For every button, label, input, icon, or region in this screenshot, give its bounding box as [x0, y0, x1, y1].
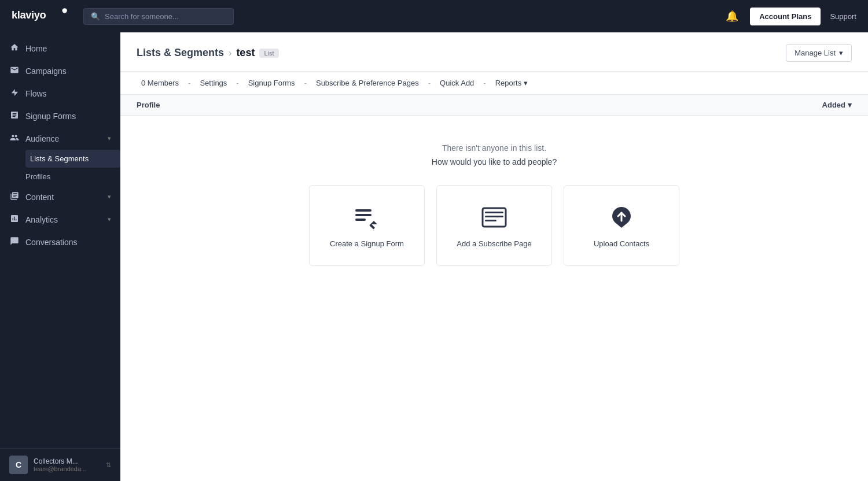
sidebar-item-home[interactable]: Home	[0, 37, 120, 60]
support-link[interactable]: Support	[830, 12, 856, 21]
sidebar-item-profiles[interactable]: Profiles	[25, 168, 120, 186]
sidebar-label-conversations: Conversations	[25, 238, 78, 247]
subscribe-page-icon	[480, 204, 508, 231]
sidebar-item-signup-forms[interactable]: Signup Forms	[0, 105, 120, 127]
sidebar-item-content[interactable]: Content ▾	[0, 186, 120, 208]
added-sort-icon: ▾	[848, 101, 852, 109]
create-signup-form-card[interactable]: Create a Signup Form	[309, 185, 425, 266]
notifications-button[interactable]: 🔔	[723, 8, 741, 25]
sidebar-navigation: Home Campaigns Flows Signup Forms	[0, 32, 120, 448]
sidebar-label-audience: Audience	[25, 134, 59, 143]
table-header: Profile Added ▾	[120, 95, 868, 116]
sidebar-label-home: Home	[25, 44, 47, 53]
search-icon: 🔍	[91, 12, 100, 21]
svg-rect-2	[355, 209, 372, 212]
logo-text: klaviyo	[12, 6, 69, 26]
search-bar[interactable]: 🔍	[83, 8, 234, 25]
svg-rect-5	[369, 223, 375, 229]
account-plans-button[interactable]: Account Plans	[750, 8, 821, 25]
user-expand-icon: ⇅	[106, 461, 111, 469]
upload-contacts-label: Upload Contacts	[594, 239, 649, 248]
user-info: Collectors M... team@brandeda...	[34, 457, 100, 472]
action-cards-container: Create a Signup Form Add a Subscribe Pag…	[309, 185, 679, 266]
flows-icon	[9, 88, 20, 99]
sidebar-user-section[interactable]: C Collectors M... team@brandeda... ⇅	[0, 448, 120, 481]
manage-list-button[interactable]: Manage List ▾	[786, 44, 852, 62]
svg-rect-9	[485, 220, 496, 221]
svg-rect-8	[485, 216, 503, 217]
campaigns-icon	[9, 65, 20, 76]
sidebar-item-lists-segments[interactable]: Lists & Segments	[25, 150, 120, 168]
empty-state-primary: There isn't anyone in this list.	[442, 143, 546, 153]
upload-contacts-icon	[608, 204, 635, 231]
sub-nav-settings[interactable]: Settings	[195, 72, 231, 94]
audience-submenu: Lists & Segments Profiles	[0, 150, 120, 186]
user-name: Collectors M...	[34, 457, 100, 465]
empty-state-secondary: How would you like to add people?	[432, 157, 557, 166]
sub-nav-reports[interactable]: Reports ▾	[491, 72, 533, 94]
search-input[interactable]	[105, 12, 226, 21]
sub-nav-sep-3: -	[302, 79, 309, 87]
main-content: Lists & Segments › test List Manage List…	[120, 32, 868, 481]
sidebar-label-profiles: Profiles	[25, 172, 50, 181]
content-icon	[9, 191, 20, 202]
home-icon	[9, 43, 20, 54]
sub-nav-sep-1: -	[186, 79, 193, 87]
sidebar-item-flows[interactable]: Flows	[0, 82, 120, 105]
manage-list-label: Manage List	[795, 49, 836, 57]
sub-nav-reports-label: Reports	[495, 79, 522, 87]
sub-nav-signup-forms[interactable]: Signup Forms	[244, 72, 300, 94]
sub-nav-sep-2: -	[234, 79, 241, 87]
breadcrumb-parent[interactable]: Lists & Segments	[137, 47, 224, 59]
sidebar-label-flows: Flows	[25, 89, 47, 98]
sidebar-item-audience[interactable]: Audience ▾	[0, 127, 120, 150]
sidebar-label-content: Content	[25, 193, 54, 202]
add-subscribe-page-card[interactable]: Add a Subscribe Page	[436, 185, 552, 266]
svg-point-1	[62, 8, 67, 13]
add-subscribe-page-label: Add a Subscribe Page	[457, 239, 531, 248]
sidebar-label-campaigns: Campaigns	[25, 66, 67, 76]
sub-navigation: 0 Members - Settings - Signup Forms - Su…	[120, 72, 868, 95]
svg-rect-3	[355, 214, 372, 216]
breadcrumb-separator: ›	[229, 48, 231, 58]
empty-state: There isn't anyone in this list. How wou…	[120, 116, 868, 481]
sub-nav-subscribe-preference[interactable]: Subscribe & Preference Pages	[311, 72, 424, 94]
reports-chevron-icon: ▾	[524, 79, 528, 87]
sidebar-item-analytics[interactable]: Analytics ▾	[0, 208, 120, 231]
sub-nav-sep-5: -	[481, 79, 488, 87]
create-signup-form-label: Create a Signup Form	[330, 239, 404, 248]
sidebar-label-signup-forms: Signup Forms	[25, 112, 76, 121]
avatar: C	[9, 456, 28, 474]
sub-nav-sep-4: -	[426, 79, 433, 87]
conversations-icon	[9, 236, 20, 247]
upload-contacts-card[interactable]: Upload Contacts	[564, 185, 679, 266]
list-type-badge: List	[259, 49, 278, 58]
svg-text:klaviyo: klaviyo	[12, 9, 46, 21]
top-navigation: klaviyo 🔍 🔔 Account Plans Support	[0, 0, 868, 32]
svg-rect-7	[485, 212, 503, 213]
page-header: Lists & Segments › test List Manage List…	[120, 32, 868, 72]
svg-rect-4	[355, 219, 366, 221]
analytics-chevron-icon: ▾	[108, 216, 111, 223]
analytics-icon	[9, 214, 20, 225]
profile-column-header: Profile	[137, 101, 160, 109]
sidebar-label-analytics: Analytics	[25, 215, 58, 224]
audience-icon	[9, 133, 20, 144]
sidebar: Home Campaigns Flows Signup Forms	[0, 32, 120, 481]
sub-nav-members[interactable]: 0 Members	[137, 72, 183, 94]
breadcrumb: Lists & Segments › test List	[137, 47, 279, 59]
added-column-header[interactable]: Added ▾	[822, 101, 852, 109]
sidebar-item-campaigns[interactable]: Campaigns	[0, 60, 120, 82]
audience-chevron-icon: ▾	[108, 135, 111, 142]
sub-nav-quick-add[interactable]: Quick Add	[435, 72, 479, 94]
manage-list-chevron-icon: ▾	[839, 49, 843, 57]
sidebar-label-lists-segments: Lists & Segments	[30, 154, 89, 163]
content-chevron-icon: ▾	[108, 193, 111, 201]
sidebar-item-conversations[interactable]: Conversations	[0, 231, 120, 253]
logo: klaviyo	[12, 6, 69, 26]
user-email: team@brandeda...	[34, 465, 100, 472]
signup-form-icon	[353, 204, 381, 231]
signup-forms-icon	[9, 110, 20, 121]
top-nav-right: 🔔 Account Plans Support	[723, 8, 856, 25]
breadcrumb-current: test	[236, 47, 255, 59]
